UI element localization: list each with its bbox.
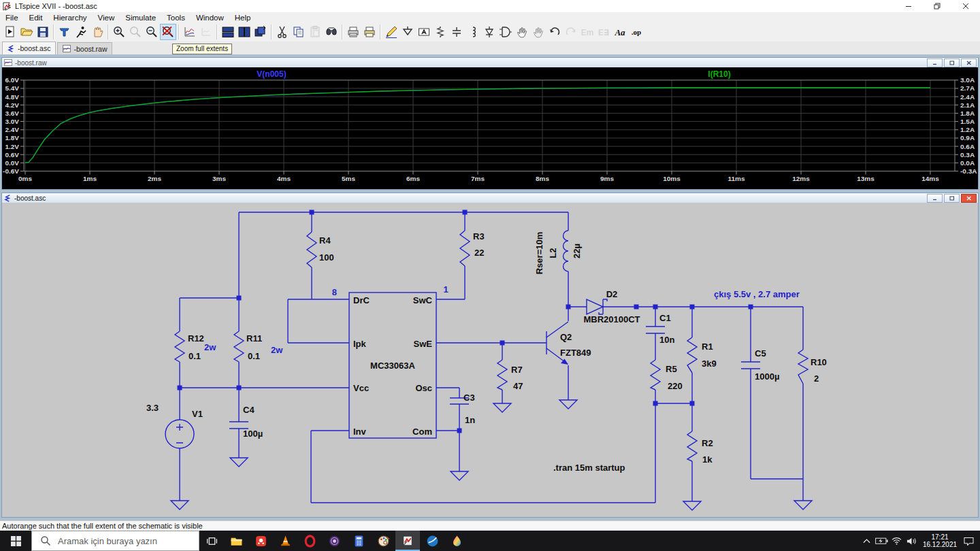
start-button[interactable] [0, 531, 31, 551]
sch-restore-button[interactable] [944, 194, 960, 203]
open-icon[interactable] [18, 24, 35, 40]
close-button[interactable] [951, 0, 980, 12]
waveform-plot-area[interactable]: 0ms1ms2ms3ms4ms5ms6ms7ms8ms9ms10ms11ms12… [2, 67, 978, 189]
spice-directive-text[interactable]: .tran 15m startup [553, 463, 625, 473]
sch-minimize-button[interactable] [927, 194, 943, 203]
action-center-icon[interactable] [961, 531, 976, 551]
taskbar-calculator-icon[interactable] [346, 531, 371, 551]
component-R7[interactable]: R7 47 [497, 360, 523, 391]
component-R10[interactable]: R10 2 [798, 350, 827, 384]
rotate-icon[interactable]: E∃ [595, 24, 612, 40]
copy-icon[interactable] [291, 24, 307, 40]
speaker-icon[interactable] [904, 531, 919, 551]
taskbar-ltspice-icon[interactable] [395, 531, 420, 551]
inductor-icon[interactable] [465, 24, 481, 40]
zoom-in-icon[interactable] [111, 24, 127, 40]
battery-icon[interactable] [874, 531, 889, 551]
find-icon[interactable] [323, 24, 340, 40]
restore-button[interactable] [923, 0, 951, 12]
component-C3[interactable]: C3 1n [450, 393, 475, 425]
component-R11[interactable]: R11 0.1 2w [234, 331, 283, 362]
trace-label[interactable]: I(R10) [708, 69, 730, 79]
pan-icon[interactable] [198, 24, 214, 40]
component-C4[interactable]: C4 100µ [229, 405, 263, 439]
draw-wire-icon[interactable] [383, 24, 399, 40]
clock[interactable]: 17:21 16.12.2021 [919, 533, 961, 548]
print-icon[interactable] [345, 24, 361, 40]
taskbar-search[interactable] [31, 531, 199, 551]
waveform-plot[interactable]: 0ms1ms2ms3ms4ms5ms6ms7ms8ms9ms10ms11ms12… [2, 67, 978, 189]
component-R5[interactable]: R5 220 [651, 360, 683, 391]
menu-file[interactable]: File [0, 14, 24, 22]
search-input[interactable] [56, 535, 189, 547]
drag-icon[interactable] [530, 24, 546, 40]
zoom-full-extents-icon[interactable] [160, 24, 176, 40]
capacitor-icon[interactable] [448, 24, 465, 40]
halt-icon[interactable] [89, 24, 105, 40]
minimize-button[interactable] [894, 0, 923, 12]
taskbar-tor-browser-icon[interactable] [322, 531, 346, 551]
wifi-icon[interactable] [889, 531, 904, 551]
taskbar-paint-icon[interactable] [371, 531, 395, 551]
menu-help[interactable]: Help [229, 14, 257, 22]
run-icon[interactable] [73, 24, 89, 40]
menu-window[interactable]: Window [191, 14, 229, 22]
component-R2[interactable]: R2 1k [687, 431, 713, 465]
autorange-y-icon[interactable] [182, 24, 198, 40]
taskbar-red-app-icon[interactable] [248, 531, 273, 551]
tab-boost-asc[interactable]: -boost.asc [2, 41, 56, 54]
mirror-icon[interactable]: Em [579, 24, 595, 40]
print-preview-icon[interactable] [361, 24, 378, 40]
component-V1[interactable]: V1 3.3 [146, 403, 203, 448]
component-R3[interactable]: R3 22 [460, 231, 485, 266]
wave-restore-button[interactable] [944, 59, 960, 67]
cut-icon[interactable] [274, 24, 291, 40]
component-C1[interactable]: C1 10n [646, 313, 674, 345]
control-panel-icon[interactable] [56, 24, 73, 40]
waveform-window-titlebar[interactable]: -boost.raw [2, 58, 978, 68]
component-Q2[interactable]: Q2 FZT849 [546, 322, 591, 365]
trace-label[interactable]: V(n005) [257, 69, 286, 79]
move-icon[interactable] [514, 24, 530, 40]
save-icon[interactable] [35, 24, 51, 40]
wave-minimize-button[interactable] [927, 59, 943, 67]
wave-close-button[interactable] [961, 59, 977, 67]
new-schematic-icon[interactable] [2, 24, 18, 40]
menu-hierarchy[interactable]: Hierarchy [48, 14, 92, 22]
zoom-back-icon[interactable] [127, 24, 144, 40]
taskbar-vlc-icon[interactable] [273, 531, 297, 551]
resistor-icon[interactable] [432, 24, 448, 40]
component-R1[interactable]: R1 3k9 [687, 337, 717, 373]
redo-icon[interactable] [563, 24, 579, 40]
component-R12[interactable]: R12 0.1 2w [175, 331, 216, 362]
component-MC33063A[interactable]: DrC Ipk Vcc Inv SwC SwE Osc Com MC33063A… [332, 284, 448, 438]
menu-tools[interactable]: Tools [161, 14, 191, 22]
zoom-out-icon[interactable] [144, 24, 160, 40]
taskbar-task-view-icon[interactable] [199, 531, 224, 551]
ground-icon[interactable] [399, 24, 416, 40]
component-icon[interactable] [497, 24, 514, 40]
menu-simulate[interactable]: Simulate [120, 14, 161, 22]
tab-boost-raw[interactable]: -boost.raw [57, 42, 112, 54]
diode-icon[interactable] [481, 24, 497, 40]
taskbar-openoffice-icon[interactable] [420, 531, 444, 551]
net-label-icon[interactable] [416, 24, 432, 40]
taskbar-opera-icon[interactable] [297, 531, 322, 551]
paste-icon[interactable] [307, 24, 323, 40]
taskbar-color-drop-icon[interactable] [444, 531, 469, 551]
component-R4[interactable]: R4 100 [307, 232, 334, 267]
component-C5[interactable]: C5 1000µ [741, 348, 779, 382]
tile-horizontal-icon[interactable] [236, 24, 252, 40]
taskbar-file-explorer-icon[interactable] [224, 531, 248, 551]
schematic-window-titlebar[interactable]: -boost.asc [2, 193, 978, 203]
menu-view[interactable]: View [93, 14, 120, 22]
component-L2[interactable]: Rser=10m L2 22µ [534, 231, 582, 274]
schematic-canvas[interactable]: DrC Ipk Vcc Inv SwC SwE Osc Com MC33063A… [2, 203, 978, 517]
sch-close-button[interactable] [961, 194, 977, 203]
menu-edit[interactable]: Edit [24, 14, 48, 22]
tile-vertical-icon[interactable] [220, 24, 236, 40]
text-icon[interactable]: Aa [612, 24, 628, 40]
undo-icon[interactable] [546, 24, 563, 40]
tray-chevron-icon[interactable] [859, 531, 874, 551]
spice-directive-icon[interactable]: .op [628, 24, 644, 40]
